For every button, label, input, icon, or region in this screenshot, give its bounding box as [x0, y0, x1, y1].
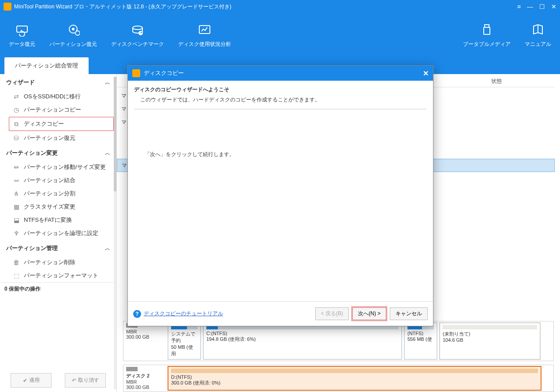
- toolbar-label: ディスク使用状況分析: [178, 41, 231, 48]
- migrate-icon: ⇄: [12, 93, 20, 101]
- sidebar-item-cluster-size[interactable]: ▦クラスタサイズ変更: [0, 200, 116, 213]
- disk-name: ディスク 2: [126, 373, 164, 379]
- sidebar-item-disk-copy[interactable]: ⧉ディスクコピー: [9, 117, 114, 131]
- disk-map: MBR 300.00 GB システムで予約50 MB (使用 C:(NTFS)1…: [123, 321, 554, 392]
- apply-button[interactable]: ✔適用: [11, 373, 52, 388]
- item-label: OSをSSD/HDDに移行: [24, 93, 81, 101]
- app-logo-icon: [4, 3, 11, 11]
- sidebar-item-format[interactable]: ⬚パーティションフォーマット: [0, 269, 116, 282]
- toolbar-label: ディスクベンチマーク: [111, 41, 164, 48]
- dialog-footer: ? ディスクコピーのチュートリアル < 戻る(B) 次へ(N) > キャンセル: [128, 301, 433, 326]
- seg-detail: 50 MB (使用: [171, 344, 198, 357]
- bootable-media-button[interactable]: ブータブルメディア: [456, 13, 518, 57]
- sidebar-item-delete[interactable]: 🗑パーティション削除: [0, 256, 116, 269]
- disk-head: MBR 300.00 GB: [123, 321, 167, 361]
- disk-copy-dialog: ディスクコピー ✕ ディスクのコピーウィザードへようこそ このウィザードでは、ハ…: [127, 65, 433, 326]
- tutorial-link[interactable]: ? ディスクコピーのチュートリアル: [133, 310, 223, 318]
- sidebar-section-partition-manage[interactable]: パーティション管理 ︿: [0, 240, 116, 256]
- sidebar-section-partition-change[interactable]: パーティション変更 ︿: [0, 145, 116, 161]
- cancel-button[interactable]: キャンセル: [390, 307, 428, 320]
- sidebar-item-ntfs-to-fat[interactable]: ⬓NTFSをFATに変換: [0, 213, 116, 227]
- minimize-icon[interactable]: —: [527, 3, 533, 10]
- dialog-subtitle: このウィザードでは、ハードディスクのコピーを作成することができます。: [134, 96, 427, 104]
- disk-segment[interactable]: システムで予約50 MB (使用: [168, 322, 201, 360]
- item-label: パーティションを論理に設定: [24, 229, 98, 237]
- button-label: 適用: [29, 377, 40, 384]
- chevron-up-icon: ︿: [105, 245, 110, 252]
- sidebar-section-wizard[interactable]: ウィザード ︿: [0, 74, 116, 90]
- partition-recovery-icon: [66, 23, 80, 37]
- seg-title: D:(NTFS): [171, 374, 538, 380]
- disk-benchmark-button[interactable]: ディスクベンチマーク: [104, 13, 171, 57]
- trash-icon: 🗑: [12, 258, 20, 266]
- svg-point-3: [133, 26, 142, 30]
- close-icon[interactable]: ✕: [551, 3, 556, 10]
- sidebar-scroll-thumb[interactable]: [114, 77, 116, 191]
- disk-icon: [126, 367, 138, 371]
- sidebar-item-partition-copy[interactable]: ◷パーティションコピー: [0, 103, 116, 116]
- copy-icon: ⧉: [12, 120, 20, 128]
- check-icon: ✔: [23, 377, 27, 384]
- format-icon: ⬚: [12, 272, 20, 280]
- sidebar-item-move-resize[interactable]: ⇔パーティション移動/サイズ変更: [0, 161, 116, 174]
- disk-row-1[interactable]: MBR 300.00 GB システムで予約50 MB (使用 C:(NTFS)1…: [123, 321, 554, 361]
- data-recovery-button[interactable]: データ復元: [2, 13, 42, 57]
- sidebar-item-set-logical[interactable]: ♆パーティションを論理に設定: [0, 227, 116, 240]
- seg-detail: 194.8 GB (使用済: 6%): [206, 336, 399, 343]
- toolbar-label: ブータブルメディア: [463, 41, 511, 48]
- dialog-close-icon[interactable]: ✕: [423, 69, 429, 78]
- svg-rect-7: [484, 27, 490, 34]
- dialog-divider: [134, 109, 427, 109]
- main-toolbar: データ復元 パーティション復元 ディスクベンチマーク ディスク使用状況分析 ブー…: [0, 13, 560, 57]
- dialog-body: ディスクのコピーウィザードへようこそ このウィザードでは、ハードディスクのコピー…: [128, 81, 433, 301]
- usb-icon: [480, 23, 494, 37]
- sidebar-item-split[interactable]: ⋔パーティション分割: [0, 187, 116, 200]
- item-label: パーティションフォーマット: [24, 272, 98, 280]
- item-label: NTFSをFATに変換: [24, 216, 72, 224]
- toolbar-label: マニュアル: [525, 41, 551, 48]
- undo-button[interactable]: ↶取り消す: [65, 373, 106, 388]
- tutorial-label: ディスクコピーのチュートリアル: [144, 310, 223, 317]
- seg-detail: 300.0 GB (使用済: 0%): [171, 380, 538, 386]
- tab-partition-management[interactable]: パーティション総合管理: [4, 57, 89, 74]
- help-icon: ?: [133, 310, 141, 318]
- item-label: クラスタサイズ変更: [24, 203, 75, 211]
- clock-icon: ◷: [12, 106, 20, 114]
- toolbar-label: データ復元: [9, 41, 35, 48]
- disk-size: 300.00 GB: [126, 385, 164, 390]
- dialog-hint: 「次へ」をクリックして続行します。: [134, 151, 427, 158]
- sidebar-item-partition-recovery[interactable]: ⛁パーティション復元: [0, 131, 116, 145]
- manual-button[interactable]: マニュアル: [518, 13, 558, 57]
- disk-row-2[interactable]: ディスク 2 MBR 300.00 GB D:(NTFS)300.0 GB (使…: [123, 365, 554, 392]
- maximize-icon[interactable]: ☐: [539, 3, 545, 10]
- partition-recovery-button[interactable]: パーティション復元: [42, 13, 104, 57]
- item-label: パーティション移動/サイズ変更: [24, 163, 106, 171]
- seg-detail: 556 MB (使: [407, 336, 434, 343]
- sidebar-item-merge[interactable]: ⫘パーティション結合: [0, 174, 116, 187]
- title-bar: MiniTool Partition Wizard プロ・アルティメット版 12…: [0, 0, 560, 13]
- menu-icon[interactable]: ≡: [517, 3, 521, 10]
- window-title: MiniTool Partition Wizard プロ・アルティメット版 12…: [14, 3, 231, 11]
- grid-icon: ▦: [12, 203, 20, 211]
- disk-segment-unallocated[interactable]: (未割り当て)104.6 GB: [439, 322, 541, 360]
- item-label: ディスクコピー: [24, 120, 64, 128]
- next-button[interactable]: 次へ(N) >: [352, 307, 386, 320]
- book-icon: [531, 23, 545, 37]
- convert-icon: ⬓: [12, 216, 20, 224]
- disk-type: MBR: [126, 329, 164, 334]
- disk-segment[interactable]: C:(NTFS)194.8 GB (使用済: 6%): [203, 322, 402, 360]
- column-state[interactable]: 状態: [489, 78, 555, 87]
- chevron-up-icon: ︿: [105, 79, 110, 86]
- sidebar-item-migrate-os[interactable]: ⇄OSをSSD/HDDに移行: [0, 90, 116, 103]
- disk-segment[interactable]: D:(NTFS)300.0 GB (使用済: 0%): [168, 366, 541, 391]
- dialog-titlebar[interactable]: ディスクコピー ✕: [128, 66, 433, 81]
- disk-usage-analyzer-button[interactable]: ディスク使用状況分析: [171, 13, 238, 57]
- seg-title: システムで予約: [171, 331, 198, 344]
- dialog-title: ディスクコピー: [144, 69, 184, 77]
- disk-head: ディスク 2 MBR 300.00 GB: [123, 365, 167, 392]
- section-title: パーティション変更: [6, 149, 58, 157]
- data-recovery-icon: [15, 23, 29, 37]
- item-label: パーティション分割: [24, 190, 75, 198]
- disk-segment[interactable]: (NTFS)556 MB (使: [404, 322, 437, 360]
- item-label: パーティションコピー: [24, 106, 81, 114]
